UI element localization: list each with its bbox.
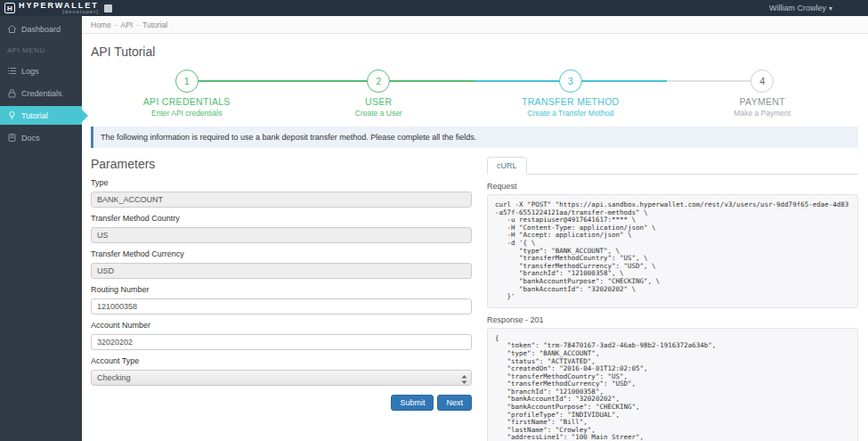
routing-number-field[interactable] (91, 298, 472, 314)
sidebar-item-label: Dashboard (21, 25, 61, 34)
parameters-panel: Parameters Type Transfer Method Country … (91, 157, 472, 441)
book-icon (7, 133, 17, 143)
sidebar-collapse-icon[interactable] (104, 4, 112, 12)
parameters-title: Parameters (91, 157, 472, 171)
step-connector (378, 80, 475, 82)
transfer-method-country-label: Transfer Method Country (91, 214, 472, 223)
sidebar-item-label: Tutorial (21, 111, 48, 120)
step-number-badge: 2 (367, 69, 390, 93)
account-type-select[interactable]: Checking (91, 370, 472, 386)
top-bar: H HYPERWALLET [developer] William Crowle… (0, 0, 868, 16)
api-code-panel: cURL Request curl -X "POST" "https://api… (487, 157, 858, 441)
chevron-down-icon: ▾ (829, 4, 832, 12)
step-payment: 4 PAYMENT Make a Payment (667, 68, 859, 118)
tutorial-stepper: 1 API CREDENTIALS Enter API credentials … (91, 68, 858, 118)
step-connector (187, 80, 283, 82)
breadcrumb-tutorial: Tutorial (142, 20, 167, 29)
page-title: API Tutorial (91, 45, 861, 59)
sidebar-section-api-menu: API MENU (0, 42, 82, 58)
brand-name: HYPERWALLET (19, 2, 99, 9)
lock-icon (7, 88, 17, 98)
sidebar-item-docs[interactable]: Docs (0, 128, 82, 147)
transfer-method-country-field (91, 227, 472, 243)
type-field (91, 192, 472, 208)
sidebar-item-label: Credentials (21, 89, 62, 98)
step-user: 2 USER Create a User (283, 68, 475, 118)
code-tab-bar: cURL (487, 157, 858, 175)
transfer-method-currency-field (91, 263, 472, 279)
step-connector (91, 80, 187, 82)
account-number-field[interactable] (91, 334, 472, 350)
brand-logo: H HYPERWALLET [developer] (4, 2, 99, 14)
step-number-badge: 1 (175, 69, 199, 93)
submit-button[interactable]: Submit (391, 395, 434, 411)
response-label: Response - 201 (487, 315, 858, 324)
sidebar-item-dashboard[interactable]: Dashboard (0, 20, 82, 38)
sidebar-item-logs[interactable]: Logs (0, 61, 82, 80)
tab-curl[interactable]: cURL (487, 157, 527, 175)
info-alert: The following information is required to… (91, 127, 858, 148)
list-icon (7, 66, 17, 76)
user-menu[interactable]: William Crowley▾ (769, 4, 832, 12)
step-transfer-method: 3 TRANSFER METHOD Create a Transfer Meth… (475, 68, 667, 118)
hyperwallet-h-icon: H (4, 3, 15, 13)
account-type-label: Account Type (91, 356, 472, 365)
breadcrumb-home[interactable]: Home (91, 20, 111, 29)
sidebar-item-tutorial[interactable]: Tutorial (0, 106, 82, 125)
step-connector (762, 80, 858, 82)
sidebar-item-credentials[interactable]: Credentials (0, 84, 82, 102)
step-number-badge: 4 (750, 69, 774, 93)
breadcrumb: Home - API - Tutorial (82, 16, 868, 34)
step-number-badge: 3 (559, 69, 582, 93)
transfer-method-currency-label: Transfer Method Currency (91, 249, 472, 258)
sidebar-item-label: Docs (21, 134, 40, 143)
type-label: Type (91, 178, 472, 187)
step-api-credentials: 1 API CREDENTIALS Enter API credentials (91, 68, 283, 118)
sidebar: Dashboard API MENU Logs Credentials Tuto… (0, 16, 82, 441)
step-connector (667, 80, 763, 82)
next-button[interactable]: Next (437, 395, 472, 411)
routing-number-label: Routing Number (91, 285, 472, 294)
response-code-block: { "token": "trm-78470167-3ad2-46ab-98b2-… (487, 328, 858, 441)
step-connector (571, 80, 667, 82)
step-connector (283, 80, 379, 82)
sidebar-item-label: Logs (21, 67, 39, 76)
request-label: Request (487, 182, 858, 191)
lightbulb-icon (7, 110, 17, 120)
user-name: William Crowley (769, 4, 826, 12)
breadcrumb-api[interactable]: API (121, 20, 134, 29)
home-icon (7, 24, 17, 34)
main-area: Home - API - Tutorial API Tutorial 1 API… (82, 16, 868, 441)
request-code-block: curl -X "POST" "https://api.sandbox.hype… (487, 194, 858, 308)
step-connector (475, 80, 571, 82)
account-number-label: Account Number (91, 321, 472, 330)
